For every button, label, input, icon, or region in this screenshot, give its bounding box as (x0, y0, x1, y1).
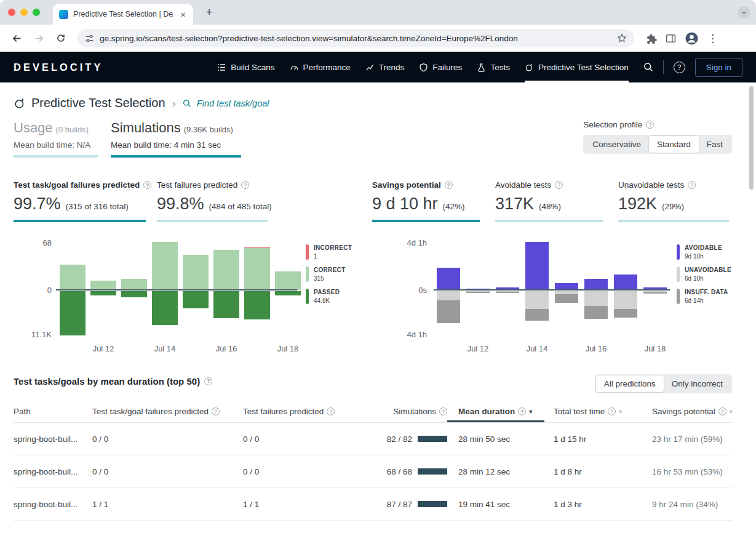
filter-all-predictions[interactable]: All predictions (596, 375, 664, 392)
legend-avoidable[interactable]: AVOIDABLE9d 10h (677, 244, 731, 260)
search-icon[interactable] (643, 62, 653, 72)
bar-passed[interactable] (90, 291, 116, 295)
nav-failures[interactable]: Failures (419, 52, 462, 82)
page-scrollbar[interactable] (749, 86, 754, 190)
legend-incorrect[interactable]: INCORRECT1 (306, 244, 352, 260)
profile-avatar[interactable] (685, 31, 699, 46)
bar-insuff-data[interactable] (496, 292, 519, 293)
nav-performance[interactable]: Performance (290, 52, 351, 82)
info-icon[interactable] (204, 377, 212, 385)
profile-fast[interactable]: Fast (699, 136, 731, 153)
info-icon[interactable] (688, 181, 696, 189)
bar-passed[interactable] (244, 291, 270, 320)
bar-passed[interactable] (183, 291, 209, 309)
browser-tab[interactable]: Predictive Test Selection | De... × (53, 4, 193, 25)
new-tab-button[interactable]: + (202, 5, 217, 20)
bar-incorrect[interactable] (244, 247, 270, 249)
bar-passed[interactable] (213, 291, 239, 319)
bar-correct[interactable] (121, 279, 147, 290)
tab-close-icon[interactable]: × (179, 9, 187, 20)
bar-insuff-data[interactable] (437, 300, 460, 323)
info-icon[interactable] (439, 407, 447, 415)
nav-tests[interactable]: Tests (477, 52, 510, 82)
cell-path[interactable]: spring-boot-buil... (14, 467, 92, 476)
address-bar[interactable]: ge.spring.io/scans/test-selection?predic… (78, 29, 634, 47)
info-icon[interactable] (212, 407, 220, 415)
bookmark-star-icon[interactable] (617, 33, 627, 43)
cell-path[interactable]: spring-boot-buil... (14, 435, 92, 444)
maximize-window-button[interactable] (33, 9, 40, 16)
url-text[interactable]: ge.spring.io/scans/test-selection?predic… (100, 34, 611, 43)
bar-correct[interactable] (244, 248, 270, 290)
profile-standard[interactable]: Standard (649, 136, 699, 153)
bar-avoidable[interactable] (437, 268, 460, 290)
table-row[interactable]: spring-boot-buil... 1 / 1 1 / 1 87 / 87 … (14, 488, 732, 521)
info-icon[interactable] (241, 181, 249, 189)
bar-unavoidable[interactable] (584, 291, 608, 306)
close-window-button[interactable] (8, 9, 15, 16)
bar-unavoidable[interactable] (437, 291, 460, 301)
bar-avoidable[interactable] (525, 242, 549, 290)
forward-button[interactable] (30, 29, 48, 47)
col-mean-duration[interactable]: Mean duration (447, 401, 544, 422)
nav-build-scans[interactable]: Build Scans (217, 52, 274, 82)
bar-insuff-data[interactable] (584, 306, 608, 319)
table-row[interactable]: spring-boot-buil... 0 / 0 0 / 0 82 / 82 … (14, 423, 732, 455)
table-row[interactable]: spring-boot-buil... 0 / 0 0 / 0 85 / 85 … (14, 521, 732, 533)
bar-correct[interactable] (90, 281, 116, 290)
bar-correct[interactable] (275, 271, 301, 290)
legend-insuff-data[interactable]: INSUFF. DATA6d 14h (677, 289, 731, 304)
bar-insuff-data[interactable] (466, 292, 490, 293)
bar-passed[interactable] (121, 291, 147, 297)
table-row[interactable]: spring-boot-buil... 0 / 0 0 / 0 68 / 68 … (14, 455, 732, 488)
bar-passed[interactable] (60, 291, 86, 335)
nav-predictive-test-selection[interactable]: Predictive Test Selection (525, 52, 629, 82)
sign-in-button[interactable]: Sign in (695, 58, 742, 77)
legend-passed[interactable]: PASSED44.8K (306, 289, 352, 304)
nav-trends[interactable]: Trends (365, 52, 405, 82)
col-total-test-time[interactable]: Total test time (544, 401, 643, 422)
bar-unavoidable[interactable] (525, 291, 549, 310)
filter-only-incorrect[interactable]: Only incorrect (664, 375, 731, 392)
col-simulations[interactable]: Simulations (354, 401, 447, 422)
bar-correct[interactable] (183, 255, 209, 290)
col-test-failures[interactable]: Test failures predicted (243, 401, 354, 422)
bar-correct[interactable] (152, 242, 178, 290)
back-button[interactable] (7, 29, 26, 47)
bar-avoidable[interactable] (584, 279, 608, 290)
bar-insuff-data[interactable] (525, 309, 549, 321)
bar-avoidable[interactable] (614, 275, 637, 290)
col-path[interactable]: Path (14, 401, 92, 422)
bar-passed[interactable] (275, 291, 301, 295)
reading-list-icon[interactable] (666, 33, 676, 44)
info-icon[interactable] (555, 181, 563, 189)
bar-insuff-data[interactable] (555, 294, 578, 302)
legend-unavoidable[interactable]: UNAVOIDABLE6d 10h (677, 266, 731, 282)
develocity-logo[interactable]: DEVELOCITY (14, 62, 103, 73)
info-icon[interactable] (327, 407, 335, 415)
cell-path[interactable]: spring-boot-buil... (14, 500, 92, 509)
bar-insuff-data[interactable] (614, 309, 637, 318)
info-icon[interactable] (608, 407, 616, 415)
tab-simulations[interactable]: Simulations(9.36K builds) Mean build tim… (111, 120, 241, 158)
bar-insuff-data[interactable] (643, 292, 667, 294)
info-icon[interactable] (646, 121, 654, 129)
tab-search-button[interactable] (738, 6, 750, 19)
info-icon[interactable] (718, 407, 726, 415)
minimize-window-button[interactable] (20, 9, 28, 16)
find-test-task-link[interactable]: Find test task/goal (197, 98, 269, 108)
tab-usage[interactable]: Usage(0 builds) Mean build time: N/A (14, 120, 98, 158)
col-task-failures[interactable]: Test task/goal failures predicted (92, 401, 243, 422)
info-icon[interactable] (143, 181, 151, 189)
bar-correct[interactable] (213, 250, 239, 290)
browser-menu-icon[interactable]: ⋮ (707, 32, 718, 45)
info-icon[interactable] (518, 407, 526, 415)
extensions-icon[interactable] (647, 33, 657, 44)
search-icon[interactable] (183, 99, 191, 108)
bar-passed[interactable] (152, 291, 178, 325)
profile-conservative[interactable]: Conservative (584, 136, 649, 153)
site-settings-icon[interactable] (85, 34, 94, 43)
bar-unavoidable[interactable] (614, 291, 637, 310)
col-savings-potential[interactable]: Savings potential (643, 401, 732, 422)
info-icon[interactable] (445, 181, 453, 189)
